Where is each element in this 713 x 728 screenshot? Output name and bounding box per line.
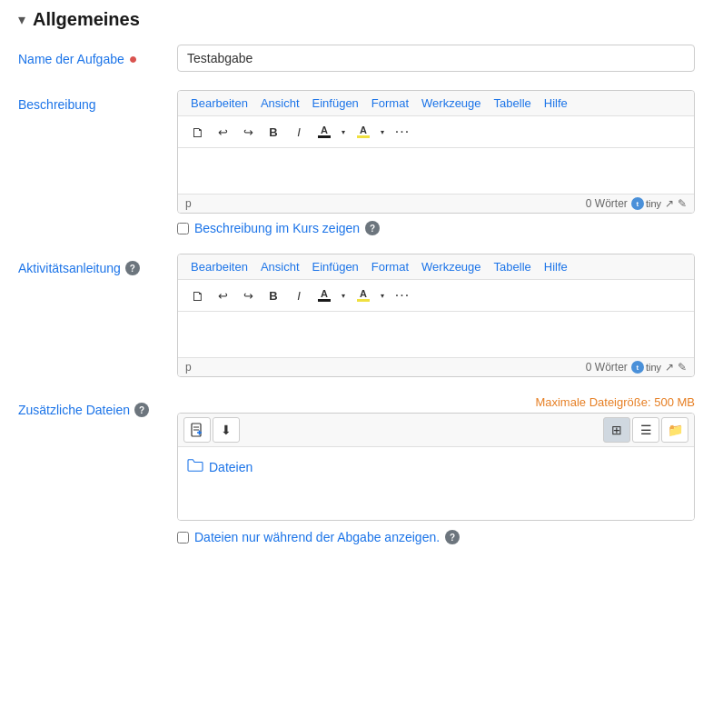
required-indicator: ● — [129, 52, 138, 66]
description-editor: Bearbeiten Ansicht Einfügen Format Werkz… — [177, 90, 695, 214]
file-toolbar-left: ⬇ — [183, 417, 240, 443]
activity-label-text: Aktivitätsanleitung — [18, 261, 121, 275]
max-size-label: Maximale Dateigröße: 500 MB — [177, 395, 695, 409]
act-toolbar-fontcolor-dropdown[interactable]: ▾ — [337, 284, 350, 307]
desc-toolbar-fontcolor-dropdown[interactable]: ▾ — [337, 120, 350, 144]
activity-toolbar: 🗋 ↩ ↪ B I A ▾ A ▾ — [178, 280, 694, 312]
files-label: Zusätzliche Dateien ? — [18, 395, 177, 417]
desc-toolbar-redo[interactable]: ↪ — [236, 120, 260, 144]
folder-item[interactable]: Dateien — [187, 456, 685, 477]
desc-toolbar-italic[interactable]: I — [287, 120, 311, 144]
act-toolbar-file-icon[interactable]: 🗋 — [185, 284, 209, 307]
act-toolbar-redo[interactable]: ↪ — [236, 284, 260, 307]
file-folder-view-button[interactable]: 📁 — [661, 417, 688, 443]
file-toolbar-right: ⊞ ☰ 📁 — [603, 417, 688, 443]
files-checkbox[interactable] — [177, 532, 189, 544]
desc-footer-p: p — [185, 197, 192, 210]
tiny-text: tiny — [646, 198, 661, 209]
act-toolbar-highlight-dropdown[interactable]: ▾ — [376, 284, 389, 307]
name-row: Name der Aufgabe ● — [18, 45, 695, 72]
files-help-icon[interactable]: ? — [134, 403, 149, 417]
desc-footer-right: 0 Wörter t tiny ↗ ✎ — [586, 197, 687, 210]
act-toolbar-more[interactable]: ··· — [391, 284, 414, 307]
desc-toolbar-fontcolor[interactable]: A — [312, 120, 336, 144]
activity-body[interactable] — [178, 312, 694, 357]
description-label-text: Beschreibung — [18, 97, 96, 112]
act-tiny-dot: t — [631, 361, 644, 374]
folder-name: Dateien — [209, 460, 253, 474]
name-input[interactable] — [177, 45, 695, 72]
file-add-button[interactable] — [183, 417, 211, 443]
file-toolbar: ⬇ ⊞ ☰ 📁 — [178, 414, 694, 447]
activity-label: Aktivitätsanleitung ? — [18, 254, 177, 275]
act-menu-format[interactable]: Format — [366, 258, 414, 275]
description-checkbox-label[interactable]: Beschreibung im Kurs zeigen — [194, 221, 360, 235]
name-label-text: Name der Aufgabe — [18, 52, 124, 66]
act-menu-einfuegen[interactable]: Einfügen — [307, 258, 364, 275]
tiny-logo: t tiny — [631, 197, 661, 210]
act-toolbar-fontcolor-group: A ▾ — [312, 284, 350, 307]
desc-toolbar-highlight[interactable]: A — [352, 120, 375, 144]
file-content: Dateien — [178, 447, 694, 520]
act-toolbar-fontcolor[interactable]: A — [312, 284, 336, 307]
act-footer-right: 0 Wörter t tiny ↗ ✎ — [586, 361, 687, 374]
act-toolbar-italic[interactable]: I — [287, 284, 311, 307]
description-checkbox[interactable] — [177, 223, 189, 234]
act-external-link-icon[interactable]: ↗ — [665, 361, 674, 374]
act-menu-ansicht[interactable]: Ansicht — [255, 258, 305, 275]
desc-toolbar-undo[interactable]: ↩ — [211, 120, 234, 144]
activity-footer: p 0 Wörter t tiny ↗ ✎ — [178, 357, 694, 376]
description-checkbox-row: Beschreibung im Kurs zeigen ? — [177, 221, 695, 235]
description-toolbar: 🗋 ↩ ↪ B I A ▾ A ▾ — [178, 116, 694, 148]
section-title: Allgemeines — [33, 9, 140, 30]
act-toolbar-bold[interactable]: B — [262, 284, 285, 307]
desc-menu-bearbeiten[interactable]: Bearbeiten — [185, 95, 253, 112]
external-link-icon[interactable]: ↗ — [665, 197, 674, 210]
desc-menu-hilfe[interactable]: Hilfe — [539, 95, 573, 112]
desc-toolbar-more[interactable]: ··· — [391, 120, 414, 144]
act-tiny-text: tiny — [646, 362, 661, 373]
file-manager: ⬇ ⊞ ☰ 📁 Dateien — [177, 413, 695, 521]
desc-footer-words: 0 Wörter — [586, 197, 628, 210]
desc-toolbar-highlight-dropdown[interactable]: ▾ — [376, 120, 389, 144]
chevron-icon[interactable]: ▾ — [18, 11, 25, 28]
desc-menu-einfuegen[interactable]: Einfügen — [307, 95, 364, 112]
tiny-dot: t — [631, 197, 644, 210]
desc-menu-werkzeuge[interactable]: Werkzeuge — [416, 95, 487, 112]
desc-menu-tabelle[interactable]: Tabelle — [489, 95, 537, 112]
activity-help-icon[interactable]: ? — [125, 261, 140, 275]
files-label-text: Zusätzliche Dateien — [18, 403, 130, 417]
act-menu-tabelle[interactable]: Tabelle — [489, 258, 537, 275]
file-download-button[interactable]: ⬇ — [213, 417, 240, 443]
act-menu-hilfe[interactable]: Hilfe — [539, 258, 573, 275]
act-pencil-icon[interactable]: ✎ — [678, 361, 687, 374]
activity-editor: Bearbeiten Ansicht Einfügen Format Werkz… — [177, 254, 695, 377]
description-row: Beschreibung Bearbeiten Ansicht Einfügen… — [18, 90, 695, 235]
pencil-icon[interactable]: ✎ — [678, 197, 687, 210]
description-content: Bearbeiten Ansicht Einfügen Format Werkz… — [177, 90, 695, 235]
desc-toolbar-file-icon[interactable]: 🗋 — [185, 120, 209, 144]
description-body[interactable] — [178, 148, 694, 194]
act-menu-werkzeuge[interactable]: Werkzeuge — [416, 258, 487, 275]
desc-toolbar-bold[interactable]: B — [262, 120, 285, 144]
desc-menu-format[interactable]: Format — [366, 95, 414, 112]
description-menubar: Bearbeiten Ansicht Einfügen Format Werkz… — [178, 91, 694, 116]
act-toolbar-highlight[interactable]: A — [352, 284, 375, 307]
activity-content: Bearbeiten Ansicht Einfügen Format Werkz… — [177, 254, 695, 377]
folder-icon — [187, 458, 203, 475]
desc-menu-ansicht[interactable]: Ansicht — [255, 95, 305, 112]
activity-row: Aktivitätsanleitung ? Bearbeiten Ansicht… — [18, 254, 695, 377]
files-checkbox-help-icon[interactable]: ? — [445, 530, 460, 544]
name-content — [177, 45, 695, 72]
act-menu-bearbeiten[interactable]: Bearbeiten — [185, 258, 253, 275]
desc-toolbar-fontcolor-group: A ▾ — [312, 120, 350, 144]
description-help-icon[interactable]: ? — [365, 221, 380, 235]
file-list-view-button[interactable]: ☰ — [632, 417, 659, 443]
act-toolbar-highlight-group: A ▾ — [352, 284, 389, 307]
act-footer-words: 0 Wörter — [586, 361, 628, 374]
file-grid-view-button[interactable]: ⊞ — [603, 417, 630, 443]
act-toolbar-undo[interactable]: ↩ — [211, 284, 234, 307]
files-checkbox-label[interactable]: Dateien nur während der Abgabe anzeigen. — [194, 530, 440, 544]
description-footer: p 0 Wörter t tiny ↗ ✎ — [178, 194, 694, 213]
section-header: ▾ Allgemeines — [18, 9, 695, 30]
